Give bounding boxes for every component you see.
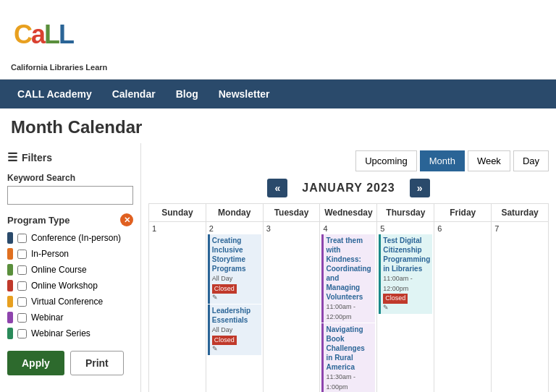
day-num: 7 [493,223,547,234]
col-wednesday: Wednesday [320,204,377,222]
program-type-header: Program Type ✕ [7,213,133,226]
filter-label-inperson: In-Person [31,249,69,259]
filter-label-online-course: Online Course [31,265,87,275]
logo-subtext: California Libraries Learn [11,63,107,72]
week-row: 1 2 Creating Inclusive Storytime Program… [149,222,549,393]
filters-header: ☰ Filters [7,150,133,164]
view-week[interactable]: Week [468,150,510,171]
day-num: 1 [151,223,204,234]
cal-controls: Upcoming Month Week Day [148,150,549,171]
col-monday: Monday [206,204,263,222]
logo-text: C a L L [14,20,73,50]
filter-online-workshop: Online Workshop [7,280,133,291]
day-num: 5 [379,223,432,234]
filter-color-webinar [7,312,13,323]
filter-webinar: Webinar [7,312,133,323]
closed-badge: Closed [383,294,408,304]
view-upcoming[interactable]: Upcoming [355,150,417,171]
day-num: 6 [436,223,489,234]
filter-conference: Conference (In-person) [7,232,133,244]
day-cell: 6 [434,222,492,393]
filter-color-online-workshop [7,280,13,291]
checkbox-webinar[interactable] [17,313,27,323]
filter-color-inperson [7,248,13,260]
day-num: 2 [208,223,261,234]
calendar-event[interactable]: Leadership Essentials All Day Closed ✎ [208,304,261,355]
cal-nav: « JANUARY 2023 » [148,179,549,197]
event-link[interactable]: Leadership Essentials [212,307,250,324]
calendar-area: Upcoming Month Week Day « JANUARY 2023 »… [141,143,556,392]
logo-c: C [14,20,31,50]
day-cell: 2 Creating Inclusive Storytime Programs … [206,222,263,393]
logo-l2: L [59,20,73,50]
day-cell: 7 [492,222,549,393]
day-num: 3 [265,223,319,234]
closed-badge: Closed [212,336,237,346]
calendar-event[interactable]: Creating Inclusive Storytime Programs Al… [208,234,261,304]
filter-label-conference: Conference (In-person) [31,233,121,243]
filter-color-virtual-conf [7,296,13,307]
day-cell: 4 Treat them with Kindness: Coordinating… [320,222,377,393]
sidebar: ☰ Filters Keyword Search Program Type ✕ … [0,143,141,392]
day-cell: 1 [149,222,206,393]
main-nav: CALL Academy Calendar Blog Newsletter [0,80,556,108]
day-cell: 3 [263,222,320,393]
col-sunday: Sunday [149,204,206,222]
keyword-input[interactable] [7,186,133,205]
program-type-icon: ✕ [120,213,133,226]
day-cell: 5 Test Digital Citizenship Programming i… [377,222,434,393]
logo-a: a [31,20,44,50]
checkbox-virtual-conf[interactable] [17,297,27,307]
calendar-event[interactable]: Test Digital Citizenship Programming in … [379,234,432,314]
filters-label: Filters [22,152,52,163]
nav-newsletter[interactable]: Newsletter [208,80,280,108]
program-type-label: Program Type [7,215,70,226]
col-tuesday: Tuesday [263,204,320,222]
view-month[interactable]: Month [420,150,465,171]
apply-button[interactable]: Apply [7,351,64,375]
logo-circle: C a L L [11,7,76,61]
checkbox-conference[interactable] [17,234,27,243]
filter-inperson: In-Person [7,248,133,260]
filter-label-webinar-series: Webinar Series [31,328,90,338]
day-num: 4 [321,223,375,234]
print-button[interactable]: Print [70,351,124,375]
event-time: 11:00am - 12:00pm [383,275,413,292]
event-time: 11:00am - 12:00pm [326,303,355,320]
nav-calendar[interactable]: Calendar [102,80,166,108]
filters-icon: ☰ [7,150,17,164]
checkbox-online-course[interactable] [17,265,27,275]
filter-color-online-course [7,264,13,276]
calendar-event[interactable]: Navigating Book Challenges in Rural Amer… [321,323,375,392]
site-header: C a L L California Libraries Learn [0,0,556,80]
nav-call-academy[interactable]: CALL Academy [7,80,102,108]
event-time: All Day [212,275,233,282]
keyword-label: Keyword Search [7,173,133,183]
event-link[interactable]: Creating Inclusive Storytime Programs [212,237,246,273]
nav-blog[interactable]: Blog [166,80,208,108]
edit-icon: ✎ [212,345,259,354]
checkbox-online-workshop[interactable] [17,281,27,291]
filter-webinar-series: Webinar Series [7,328,133,339]
calendar-event[interactable]: Treat them with Kindness: Coordinating a… [321,234,375,323]
page-title: Month Calendar [0,108,556,143]
event-link[interactable]: Test Digital Citizenship Programming in … [383,237,430,273]
calendar-grid: Sunday Monday Tuesday Wednesday Thursday… [148,203,549,392]
closed-badge: Closed [212,284,237,294]
filter-label-webinar: Webinar [31,312,63,323]
main-layout: ☰ Filters Keyword Search Program Type ✕ … [0,143,556,392]
view-day[interactable]: Day [513,150,549,171]
checkbox-inperson[interactable] [17,250,27,259]
event-link[interactable]: Treat them with Kindness: Coordinating a… [326,237,371,301]
event-link[interactable]: Navigating Book Challenges in Rural Amer… [326,325,364,371]
month-title: JANUARY 2023 [302,182,395,195]
next-month-button[interactable]: » [410,179,430,197]
filter-color-conference [7,232,13,244]
checkbox-webinar-series[interactable] [17,329,27,338]
edit-icon: ✎ [383,304,430,312]
filter-label-virtual-conf: Virtual Conference [31,297,103,307]
prev-month-button[interactable]: « [267,179,287,197]
edit-icon: ✎ [212,294,259,302]
col-friday: Friday [434,204,492,222]
filter-online-course: Online Course [7,264,133,276]
